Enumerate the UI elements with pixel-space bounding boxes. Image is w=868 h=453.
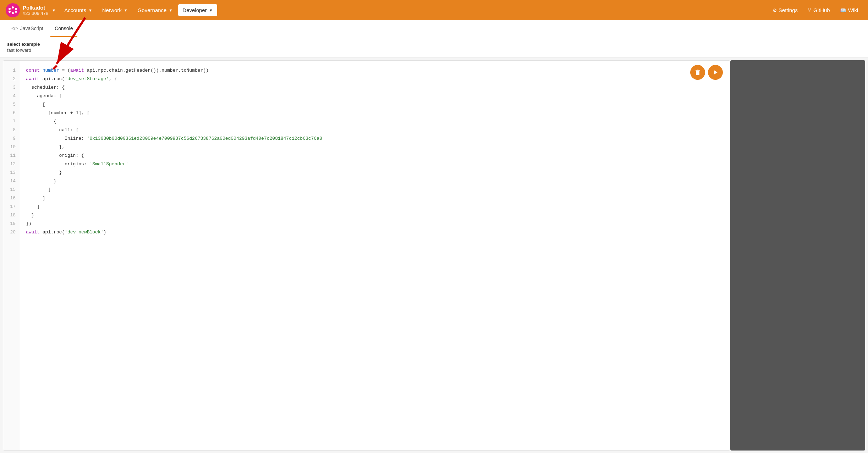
subnav-item-console[interactable]: Console [50, 20, 77, 37]
line-number: 14 [3, 177, 20, 186]
code-token: }, [26, 143, 65, 151]
code-line: Inline: '0x13030b00d00361ed28009e4e70099… [26, 134, 724, 143]
nav-wiki-label: Wiki [848, 7, 858, 13]
output-panel [730, 60, 865, 451]
code-line: agenda: [ [26, 92, 724, 100]
line-number: 3 [3, 83, 20, 92]
code-line: origins: 'SmallSpender' [26, 160, 724, 169]
line-number: 5 [3, 100, 20, 109]
nav-item-settings[interactable]: ⚙ Settings [768, 4, 802, 16]
code-token: }) [26, 220, 32, 228]
code-token: ] [26, 194, 45, 203]
example-label-text: select example [7, 42, 861, 47]
nav-item-github[interactable]: ⑂ GitHub [803, 4, 834, 16]
settings-gear-icon: ⚙ [773, 7, 777, 13]
svg-point-1 [12, 12, 14, 14]
clear-button[interactable] [690, 65, 705, 80]
brand-logo-area[interactable]: Polkadot #23,309,478 ▼ [6, 3, 56, 17]
svg-point-5 [15, 11, 17, 13]
code-line: await api.rpc('dev_setStorage', { [26, 75, 724, 83]
svg-point-3 [15, 8, 17, 10]
main-content: 1234567891011121314151617181920 const nu… [0, 57, 868, 453]
line-number: 11 [3, 151, 20, 160]
run-button[interactable] [708, 65, 723, 80]
nav-item-wiki[interactable]: 📖 Wiki [836, 4, 862, 16]
example-value-text: fast forward [7, 48, 861, 53]
github-icon: ⑂ [808, 7, 811, 13]
line-number: 9 [3, 134, 20, 143]
code-line: } [26, 211, 724, 220]
nav-github-label: GitHub [813, 7, 830, 13]
line-number: 19 [3, 220, 20, 228]
code-token: { [26, 117, 56, 126]
editor-container: 1234567891011121314151617181920 const nu… [3, 60, 730, 451]
nav-item-developer[interactable]: Developer ▼ [178, 4, 217, 16]
subnav-console-label: Console [55, 26, 73, 31]
nav-accounts-chevron-icon: ▼ [88, 8, 92, 12]
nav-item-governance[interactable]: Governance ▼ [133, 4, 177, 16]
nav-item-network[interactable]: Network ▼ [98, 4, 132, 16]
code-token: 'SmallSpender' [89, 160, 128, 169]
line-number: 7 [3, 117, 20, 126]
code-icon: </> [11, 26, 18, 31]
code-line: ] [26, 203, 724, 211]
nav-right-group: ⚙ Settings ⑂ GitHub 📖 Wiki [768, 4, 862, 16]
code-token: agenda: [ [26, 92, 62, 100]
svg-point-4 [9, 11, 11, 13]
code-content[interactable]: const number = (await api.rpc.chain.getH… [20, 61, 730, 450]
line-number: 15 [3, 186, 20, 194]
line-number: 12 [3, 160, 20, 169]
code-line: [ [26, 100, 724, 109]
line-number: 20 [3, 228, 20, 237]
svg-point-0 [12, 6, 14, 9]
navbar: Polkadot #23,309,478 ▼ Accounts ▼ Networ… [0, 0, 868, 20]
code-token: call: { [26, 126, 78, 134]
code-line: origin: { [26, 151, 724, 160]
line-number: 1 [3, 66, 20, 75]
code-token: } [26, 177, 56, 186]
code-line: ] [26, 194, 724, 203]
code-token: number [43, 66, 59, 75]
code-line: [number + 1], [ [26, 109, 724, 117]
code-token: 'dev_setStorage' [65, 75, 109, 83]
brand-name: Polkadot [23, 5, 48, 11]
code-token: api.rpc.chain.getHeader()).number.toNumb… [87, 66, 209, 75]
line-number: 17 [3, 203, 20, 211]
code-token: origin: { [26, 151, 84, 160]
code-line: }) [26, 220, 724, 228]
example-selector[interactable]: select example fast forward [0, 37, 868, 57]
nav-accounts-label: Accounts [64, 7, 86, 13]
code-token: scheduler: { [26, 83, 65, 92]
nav-developer-chevron-icon: ▼ [209, 8, 213, 12]
subnav-item-javascript[interactable]: </> JavaScript [7, 20, 48, 37]
code-line: scheduler: { [26, 83, 724, 92]
code-line: }, [26, 143, 724, 151]
code-line: call: { [26, 126, 724, 134]
code-token: [number + 1], [ [26, 109, 89, 117]
code-token: ] [26, 203, 40, 211]
code-line: ] [26, 186, 724, 194]
code-line: } [26, 169, 724, 177]
code-line: { [26, 117, 724, 126]
code-line: await api.rpc('dev_newBlock') [26, 228, 724, 237]
wiki-icon: 📖 [840, 7, 846, 13]
nav-developer-label: Developer [182, 7, 207, 13]
line-numbers: 1234567891011121314151617181920 [3, 61, 20, 450]
code-token: } [26, 169, 62, 177]
subnav-javascript-label: JavaScript [20, 26, 43, 31]
code-token: ] [26, 186, 51, 194]
brand-block-number: #23,309,478 [23, 11, 48, 16]
nav-governance-chevron-icon: ▼ [169, 8, 172, 12]
code-token: = ( [59, 66, 70, 75]
svg-point-2 [9, 8, 11, 10]
nav-item-accounts[interactable]: Accounts ▼ [60, 4, 97, 16]
code-token: await [26, 75, 43, 83]
code-token: origins: [26, 160, 89, 169]
line-number: 4 [3, 92, 20, 100]
line-number: 8 [3, 126, 20, 134]
code-token: } [26, 211, 34, 220]
code-token: [ [26, 100, 45, 109]
code-token: '0x13030b00d00361ed28009e4e7009937c56d26… [87, 134, 322, 143]
line-number: 16 [3, 194, 20, 203]
code-token: await [26, 228, 43, 237]
